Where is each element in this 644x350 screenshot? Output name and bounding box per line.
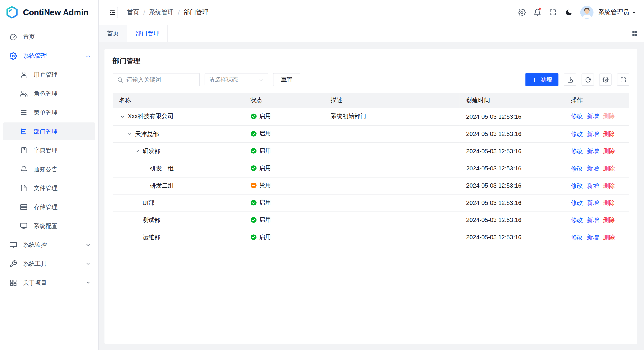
user-icon xyxy=(20,71,28,79)
edit-link[interactable]: 修改 xyxy=(571,233,583,241)
col-header-name: 名称 xyxy=(113,93,244,108)
edit-link[interactable]: 修改 xyxy=(571,182,583,189)
dashboard-icon xyxy=(9,33,17,41)
dept-name: UI部 xyxy=(143,199,154,207)
minus-circle-icon xyxy=(251,182,257,189)
menu-fold-icon[interactable] xyxy=(107,7,118,18)
check-circle-icon xyxy=(251,165,257,171)
tab-home[interactable]: 首页 xyxy=(99,25,127,42)
edit-link[interactable]: 修改 xyxy=(571,147,583,155)
check-circle-icon xyxy=(251,113,257,119)
user-menu[interactable]: 系统管理员 xyxy=(598,8,637,16)
moon-icon[interactable] xyxy=(561,5,575,19)
sidebar-item-storage-mgmt[interactable]: 存储管理 xyxy=(3,198,95,216)
status-badge: 启用 xyxy=(251,130,271,137)
delete-link[interactable]: 删除 xyxy=(603,164,615,172)
add-link[interactable]: 新增 xyxy=(587,182,599,189)
created-time: 2024-05-03 12:53:16 xyxy=(466,217,521,223)
status-badge: 启用 xyxy=(251,199,271,207)
edit-link[interactable]: 修改 xyxy=(571,216,583,224)
breadcrumb: 首页 / 系统管理 / 部门管理 xyxy=(127,8,208,16)
sidebar-item-system[interactable]: 系统管理 xyxy=(3,47,95,65)
sidebar-item-file-mgmt[interactable]: 文件管理 xyxy=(3,179,95,197)
col-header-actions: 操作 xyxy=(564,93,629,108)
table-row: 研发部 启用 2024-05-03 12:53:16 修改 新增 删除 xyxy=(113,142,629,160)
delete-link[interactable]: 删除 xyxy=(603,182,615,189)
edit-link[interactable]: 修改 xyxy=(571,164,583,172)
toolbar: 请选择状态 重置 新增 xyxy=(113,73,629,86)
content-area: 部门管理 请选择状态 重置 xyxy=(99,42,644,350)
gear-icon[interactable] xyxy=(515,5,529,19)
expand-chevron-icon[interactable] xyxy=(126,131,133,137)
edit-link[interactable]: 修改 xyxy=(571,130,583,138)
add-link[interactable]: 新增 xyxy=(587,147,599,155)
search-icon xyxy=(117,77,123,83)
delete-link[interactable]: 删除 xyxy=(603,113,615,120)
sidebar-item-sys-monitor[interactable]: 系统监控 xyxy=(3,236,95,254)
breadcrumb-system[interactable]: 系统管理 xyxy=(149,8,174,16)
add-link[interactable]: 新增 xyxy=(587,113,599,120)
refresh-icon[interactable] xyxy=(582,74,594,86)
chevron-down-icon xyxy=(258,77,264,82)
add-link[interactable]: 新增 xyxy=(587,164,599,172)
delete-link[interactable]: 删除 xyxy=(603,130,615,138)
dept-desc: 系统初始部门 xyxy=(331,113,366,120)
storage-icon xyxy=(20,203,28,211)
status-select[interactable]: 请选择状态 xyxy=(205,73,268,86)
chevron-up-icon xyxy=(86,53,91,58)
delete-link[interactable]: 删除 xyxy=(603,199,615,207)
reset-button[interactable]: 重置 xyxy=(273,73,300,86)
add-button[interactable]: 新增 xyxy=(525,73,558,86)
sidebar-item-about[interactable]: 关于项目 xyxy=(3,273,95,292)
app-title: ContiNew Admin xyxy=(23,8,88,17)
delete-link[interactable]: 删除 xyxy=(603,233,615,241)
sidebar-item-sys-config[interactable]: 系统配置 xyxy=(3,217,95,235)
add-link[interactable]: 新增 xyxy=(587,233,599,241)
search-input[interactable] xyxy=(126,76,195,83)
edit-link[interactable]: 修改 xyxy=(571,199,583,207)
toolbar-actions: 新增 xyxy=(525,73,629,86)
sidebar-item-notice[interactable]: 通知公告 xyxy=(3,160,95,178)
table-row: 运维部 启用 2024-05-03 12:53:16 修改 新增 删除 xyxy=(113,229,629,246)
sidebar-item-home[interactable]: 首页 xyxy=(3,28,95,46)
search-input-wrap xyxy=(113,73,200,86)
sidebar-item-user-mgmt[interactable]: 用户管理 xyxy=(3,66,95,84)
col-header-created: 创建时间 xyxy=(460,93,564,108)
chevron-down-icon xyxy=(86,261,91,266)
download-icon[interactable] xyxy=(564,74,576,86)
expand-chevron-icon[interactable] xyxy=(134,148,140,154)
chevron-down-icon xyxy=(631,10,637,15)
fullscreen-icon[interactable] xyxy=(546,5,560,19)
status-badge: 启用 xyxy=(251,216,271,224)
add-link[interactable]: 新增 xyxy=(587,216,599,224)
sidebar-item-role-mgmt[interactable]: 菜单管理 角色管理 xyxy=(3,85,95,103)
breadcrumb-home[interactable]: 首页 xyxy=(127,8,139,16)
settings-icon[interactable] xyxy=(599,74,611,86)
notification-dot xyxy=(538,7,541,10)
sidebar-item-menu-mgmt[interactable]: 菜单管理 xyxy=(3,104,95,122)
expand-chevron-icon[interactable] xyxy=(119,113,126,120)
expand-icon[interactable] xyxy=(617,74,629,86)
bell-icon[interactable] xyxy=(530,5,544,19)
status-badge: 启用 xyxy=(251,113,271,120)
sidebar-item-sys-tools[interactable]: 系统工具 xyxy=(3,255,95,273)
sidebar-item-dept-mgmt[interactable]: 部门管理 xyxy=(3,122,95,140)
created-time: 2024-05-03 12:53:16 xyxy=(466,148,521,154)
sidebar-item-dict-mgmt[interactable]: 字典管理 xyxy=(3,141,95,159)
tab-dept-mgmt[interactable]: 部门管理 xyxy=(127,25,168,42)
chevron-down-icon xyxy=(86,242,91,247)
topbar-actions: 系统管理员 xyxy=(515,5,637,19)
grid-icon[interactable] xyxy=(632,25,638,42)
col-header-desc: 描述 xyxy=(324,93,459,108)
edit-link[interactable]: 修改 xyxy=(571,113,583,120)
avatar[interactable] xyxy=(580,6,594,19)
delete-link[interactable]: 删除 xyxy=(603,147,615,155)
file-icon xyxy=(20,184,28,192)
bell-icon xyxy=(20,165,28,173)
dept-name: 研发部 xyxy=(143,147,160,155)
check-circle-icon xyxy=(251,131,257,137)
add-link[interactable]: 新增 xyxy=(587,199,599,207)
app-logo[interactable]: ContiNew Admin xyxy=(0,0,98,25)
delete-link[interactable]: 删除 xyxy=(603,216,615,224)
add-link[interactable]: 新增 xyxy=(587,130,599,138)
